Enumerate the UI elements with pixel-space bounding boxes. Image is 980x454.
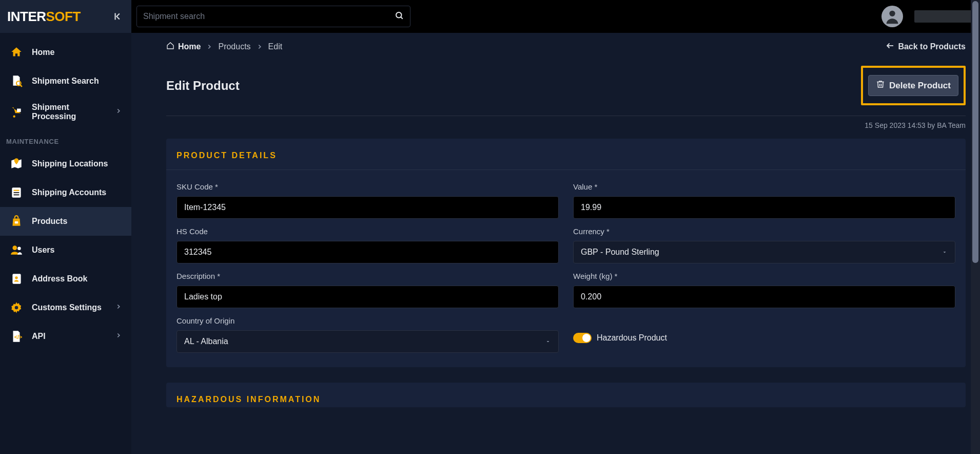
currency-value: GBP - Pound Sterling [581, 248, 659, 257]
field-description: Description * [177, 272, 559, 308]
breadcrumb-current: Edit [268, 42, 283, 51]
currency-label: Currency * [573, 227, 955, 236]
origin-select[interactable]: AL - Albania [177, 330, 559, 353]
svg-text:</>: </> [14, 334, 23, 340]
sidebar-item-shipping-locations[interactable]: Shipping Locations [0, 149, 131, 178]
sidebar-item-label: Customs Settings [32, 303, 107, 312]
svg-line-17 [401, 17, 403, 19]
field-hazardous: Hazardous Product [573, 333, 955, 343]
sidebar-item-api[interactable]: </> API [0, 322, 131, 351]
description-label: Description * [177, 272, 559, 280]
hs-input[interactable] [177, 241, 559, 263]
chevron-right-icon [256, 43, 263, 50]
weight-label: Weight (kg) * [573, 272, 955, 280]
svg-point-16 [396, 12, 402, 18]
delete-product-button[interactable]: Delete Product [868, 75, 958, 96]
page-title: Edit Product [166, 79, 240, 93]
sidebar-item-address-book[interactable]: Address Book [0, 264, 131, 293]
gear-icon [9, 300, 24, 315]
hazardous-toggle[interactable] [573, 333, 592, 343]
chevron-right-icon [115, 303, 122, 312]
breadcrumb-home[interactable]: Home [166, 42, 201, 52]
sidebar: INTERSOFT Home Shipment Search [0, 0, 131, 454]
search-input[interactable] [143, 12, 395, 21]
field-currency: Currency * GBP - Pound Sterling [573, 227, 955, 263]
search-wrap[interactable] [136, 6, 410, 27]
value-input[interactable] [573, 196, 955, 219]
sidebar-item-shipment-search[interactable]: Shipment Search [0, 67, 131, 96]
chevron-right-icon [115, 332, 122, 341]
sku-input[interactable] [177, 196, 559, 219]
field-hs: HS Code [177, 227, 559, 263]
sidebar-item-home[interactable]: Home [0, 38, 131, 67]
back-link-label: Back to Products [898, 42, 966, 51]
form-grid: SKU Code * Value * HS Code Currency * [166, 170, 966, 353]
nav-primary: Home Shipment Search Shipment Processing… [0, 33, 131, 356]
panel-product-details: PRODUCT DETAILS SKU Code * Value * HS Co… [166, 139, 966, 367]
arrow-left-icon [886, 41, 895, 52]
svg-line-2 [21, 85, 22, 87]
sidebar-item-label: Users [32, 245, 122, 255]
sidebar-item-users[interactable]: Users [0, 236, 131, 264]
sku-label: SKU Code * [177, 182, 559, 191]
field-weight: Weight (kg) * [573, 272, 955, 308]
trolley-icon [9, 105, 24, 119]
sidebar-item-customs-settings[interactable]: Customs Settings [0, 293, 131, 322]
back-to-products-link[interactable]: Back to Products [886, 41, 966, 52]
field-sku: SKU Code * [177, 182, 559, 219]
home-icon [166, 42, 174, 52]
content: Home Products Edit Back to Products [131, 33, 980, 454]
delete-highlight-box: Delete Product [861, 66, 966, 105]
weight-input[interactable] [573, 286, 955, 308]
caret-down-icon [545, 338, 551, 345]
sidebar-item-products[interactable]: Products [0, 207, 131, 236]
topbar [131, 0, 980, 33]
breadcrumb-home-label: Home [178, 42, 201, 51]
svg-rect-6 [14, 192, 19, 193]
home-icon [9, 45, 24, 60]
scrollbar-thumb[interactable] [972, 1, 978, 263]
chevron-right-icon [206, 43, 213, 50]
document-search-icon [9, 74, 24, 88]
sidebar-item-label: Shipment Processing [32, 103, 107, 121]
sidebar-item-label: Products [32, 217, 122, 226]
nav-section-maintenance: MAINTENANCE [0, 128, 131, 149]
username-redacted [914, 10, 974, 23]
svg-rect-3 [17, 109, 21, 112]
caret-down-icon [942, 249, 948, 255]
svg-rect-5 [14, 190, 19, 191]
panel-title: HAZARDOUS INFORMATION [166, 395, 966, 404]
hazardous-label: Hazardous Product [597, 333, 667, 343]
sidebar-item-shipment-processing[interactable]: Shipment Processing [0, 96, 131, 128]
search-icon[interactable] [395, 11, 404, 22]
logo: INTERSOFT [7, 9, 113, 25]
currency-select[interactable]: GBP - Pound Sterling [573, 241, 955, 263]
main: Home Products Edit Back to Products [131, 0, 980, 454]
field-origin: Country of Origin AL - Albania [177, 316, 559, 353]
sidebar-item-shipping-accounts[interactable]: Shipping Accounts [0, 178, 131, 207]
sidebar-item-label: Shipping Accounts [32, 188, 122, 197]
svg-point-9 [12, 245, 17, 250]
sidebar-item-label: Home [32, 48, 122, 57]
value-label: Value * [573, 182, 955, 191]
panel-title: PRODUCT DETAILS [166, 151, 966, 170]
field-value: Value * [573, 182, 955, 219]
breadcrumb-products[interactable]: Products [218, 42, 250, 51]
svg-point-10 [17, 247, 21, 251]
address-book-icon [9, 272, 24, 286]
origin-label: Country of Origin [177, 316, 559, 325]
sidebar-item-label: API [32, 332, 107, 341]
svg-point-18 [889, 11, 895, 16]
avatar[interactable] [881, 6, 903, 27]
chevron-right-icon [115, 107, 122, 117]
scrollbar[interactable] [971, 0, 980, 454]
code-file-icon: </> [9, 329, 24, 344]
description-input[interactable] [177, 286, 559, 308]
title-row: Edit Product Delete Product [166, 66, 966, 105]
panel-hazardous-info: HAZARDOUS INFORMATION [166, 383, 966, 407]
collapse-sidebar-icon[interactable] [113, 11, 124, 22]
svg-rect-7 [14, 194, 19, 195]
bag-icon [9, 214, 24, 229]
trash-icon [876, 80, 885, 91]
map-pin-icon [9, 157, 24, 171]
